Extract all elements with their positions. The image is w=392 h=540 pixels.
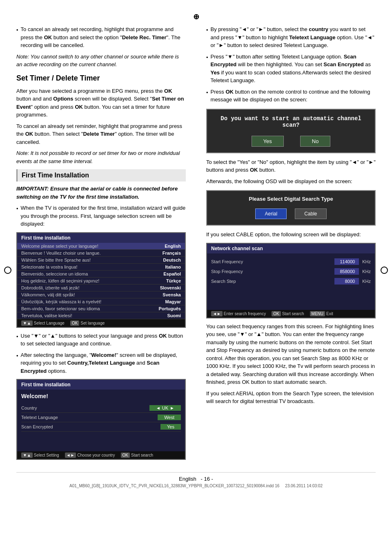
cancel-recording-bullet: • To cancel an already set recording, hi… bbox=[16, 25, 186, 49]
lang-screen-title: First time installation bbox=[21, 235, 71, 241]
doc-footer: A01_MB60_[GB]_1910UK_IDTV_TC_PVR_NICKEL1… bbox=[16, 484, 376, 488]
country-label: Country bbox=[21, 406, 37, 410]
after-selecting-bullet: • After selecting the language, "Welcome… bbox=[16, 351, 186, 375]
press-v-bullet: • Press "▼" button after setting Teletex… bbox=[206, 53, 376, 85]
menu-icon: MENU bbox=[310, 311, 325, 316]
press-ok-text: Press OK button on the remote control to… bbox=[211, 88, 376, 104]
lang-screen-footer: ▼▲ Select Language OK Set language bbox=[17, 319, 185, 327]
nav-icon-2: ▼▲ bbox=[21, 453, 33, 458]
note-not-possible: Note: It is not possible to record or se… bbox=[16, 149, 186, 165]
fti-bullet1-text: When the TV is operated for the first ti… bbox=[21, 204, 186, 228]
lang-row-tr: Hoş geldiniz, lütfen dil seçimini yapını… bbox=[17, 278, 185, 285]
digital-search-buttons: Aerial Cable bbox=[207, 205, 375, 225]
lang-english-value: English bbox=[165, 244, 181, 249]
cable-text: If you select CABLE option, the followin… bbox=[206, 231, 376, 239]
left-column: • To cancel an already set recording, hi… bbox=[16, 25, 190, 464]
search-step-unit: KHz bbox=[362, 279, 371, 284]
right-arrow-icon: ► bbox=[170, 406, 174, 410]
cancel-reminder-text: To cancel an already set reminder, highl… bbox=[16, 122, 186, 146]
page: ⊕ • To cancel an already set recording, … bbox=[0, 0, 392, 540]
ok-icon-2: OK bbox=[121, 453, 130, 458]
aerial-button[interactable]: Aerial bbox=[255, 208, 287, 219]
lang-row-pt: Bem-vindo, favor selecionar seu idioma P… bbox=[17, 305, 185, 312]
doc-ref: A01_MB60_[GB]_1910UK_IDTV_TC_PVR_NICKEL1… bbox=[69, 484, 279, 488]
start-freq-row: Start Frequency 114000 KHz bbox=[211, 257, 371, 267]
nav-icon: ▼▲ bbox=[21, 320, 33, 326]
stop-freq-row: Stop Frequency 858000 KHz bbox=[211, 267, 371, 276]
bullet-dot-2: • bbox=[16, 205, 18, 228]
auto-channel-scan-dialog: Do you want to start an automatic channe… bbox=[206, 109, 376, 153]
digital-search-type-dialog: Please Select Digital Search Type Aerial… bbox=[206, 190, 376, 226]
registration-mark-left bbox=[4, 267, 11, 274]
welcome-title: Welcome! bbox=[21, 393, 181, 399]
footer-enter-freq: ◄► Enter search frequency bbox=[211, 311, 266, 316]
to-select-text: To select the "Yes" or "No" option, high… bbox=[206, 158, 376, 174]
footer-select-lang: ▼▲ Select Language bbox=[21, 320, 65, 326]
bullet-dot-4: • bbox=[16, 352, 18, 375]
pressing-text: By pressing "◄" or "►" button, select th… bbox=[211, 25, 376, 49]
scan-encrypted-value: Yes bbox=[160, 424, 181, 430]
digital-search-title: Please Select Digital Search Type bbox=[207, 191, 375, 205]
lr-icon: ◄► bbox=[65, 453, 76, 458]
start-freq-label: Start Frequency bbox=[211, 259, 243, 264]
search-step-row: Search Step 8000 KHz bbox=[211, 276, 371, 286]
lang-row-hu: Üdvözöljük, kérjük válassza ki a nyelvét… bbox=[17, 298, 185, 305]
network-scan-header: Network channel scan bbox=[207, 244, 375, 253]
right-column: • By pressing "◄" or "►" button, select … bbox=[202, 25, 376, 464]
footer-set-lang: OK Set language bbox=[70, 320, 105, 326]
lr-icon-2: ◄► bbox=[211, 311, 223, 316]
freq-range-text: You can select frequency ranges from thi… bbox=[206, 323, 376, 386]
lang-row-sl: Dobrodošli, izberite vaš jezik! Slovensk… bbox=[17, 285, 185, 291]
lang-row-it: Selezionate la vostra lingua! Italiano bbox=[17, 264, 185, 271]
network-scan-body: Start Frequency 114000 KHz Stop Frequenc… bbox=[207, 253, 375, 310]
footer-start-search: OK Start search bbox=[121, 453, 153, 458]
yes-button[interactable]: Yes bbox=[252, 136, 284, 147]
fti-heading-box: First Time Installation bbox=[16, 169, 186, 181]
ok-icon: OK bbox=[70, 320, 79, 326]
lang-welcome-text: Welcome please select your language! bbox=[21, 244, 98, 249]
use-buttons-text: Use "▼" or "▲" buttons to select your la… bbox=[21, 332, 186, 348]
scan-encrypted-row: Scan Encrypted Yes bbox=[21, 422, 181, 432]
country-value: ◄ UK ► bbox=[149, 405, 181, 411]
page-footer: English - 16 - A01_MB60_[GB]_1910UK_IDTV… bbox=[16, 472, 376, 488]
set-timer-body: After you have selected a programme in E… bbox=[16, 87, 186, 119]
lang-row-es: Bienvenido, seleccione un idioma Español bbox=[17, 271, 185, 278]
footer-choose-country: ◄► Choose your country bbox=[65, 453, 115, 458]
scan-encrypted-label: Scan Encrypted bbox=[21, 424, 53, 429]
no-button[interactable]: No bbox=[300, 136, 331, 147]
welcome-screen-header: First time installation bbox=[17, 380, 185, 390]
aerial-text: If you select AERIAL option from the Sea… bbox=[206, 390, 376, 406]
lang-row-fi: Tervetuloa, valitse kielesi! Suomi bbox=[17, 312, 185, 319]
press-v-text: Press "▼" button after setting Teletext … bbox=[211, 53, 376, 85]
teletext-lang-row: Teletext Language West bbox=[21, 413, 181, 422]
stop-freq-unit: KHz bbox=[362, 269, 371, 274]
cancel-recording-text: To cancel an already set recording, high… bbox=[21, 25, 186, 49]
lang-screen-header: First time installation bbox=[17, 233, 185, 243]
footer-start-search-2: OK Start search bbox=[272, 311, 304, 316]
after-selecting-text: After selecting the language, "Welcome!"… bbox=[21, 351, 186, 375]
press-ok-bullet: • Press OK button on the remote control … bbox=[206, 88, 376, 104]
welcome-screen-footer: ▼▲ Select Setting ◄► Choose your country… bbox=[17, 451, 185, 459]
stop-freq-value: 858000 bbox=[334, 268, 359, 275]
ok-icon-3: OK bbox=[272, 311, 281, 316]
lang-row-de: Wählen Sie bitte Ihre Sprache aus! Deuts… bbox=[17, 257, 185, 264]
network-scan-footer: ◄► Enter search frequency OK Start searc… bbox=[207, 310, 375, 318]
teletext-lang-value: West bbox=[158, 415, 181, 420]
lang-row-sv: Välkommen, välj ditt språk! Svenska bbox=[17, 291, 185, 298]
pressing-bullet: • By pressing "◄" or "►" button, select … bbox=[206, 25, 376, 49]
country-row: Country ◄ UK ► bbox=[21, 403, 181, 413]
teletext-lang-label: Teletext Language bbox=[21, 415, 58, 420]
footer-menu-exit: MENU Exit bbox=[310, 311, 333, 316]
welcome-screen-body: Welcome! Country ◄ UK ► Teletext Languag… bbox=[17, 390, 185, 451]
note-cannot-switch: Note: You cannot switch to any other cha… bbox=[16, 53, 186, 69]
footer-page: - 16 - bbox=[201, 476, 213, 482]
use-buttons-bullet: • Use "▼" or "▲" buttons to select your … bbox=[16, 332, 186, 348]
set-timer-heading: Set Timer / Delete Timer bbox=[16, 73, 186, 84]
bullet-dot-5: • bbox=[206, 26, 208, 49]
lang-row-english: Welcome please select your language! Eng… bbox=[17, 243, 185, 250]
afterwards-text: Afterwards, the following OSD will be di… bbox=[206, 177, 376, 186]
welcome-osd-screen: First time installation Welcome! Country… bbox=[16, 379, 186, 460]
footer-lang: English bbox=[179, 476, 196, 482]
doc-date: 23.06.2011 14:03:02 bbox=[285, 484, 323, 488]
cable-button[interactable]: Cable bbox=[295, 208, 326, 219]
